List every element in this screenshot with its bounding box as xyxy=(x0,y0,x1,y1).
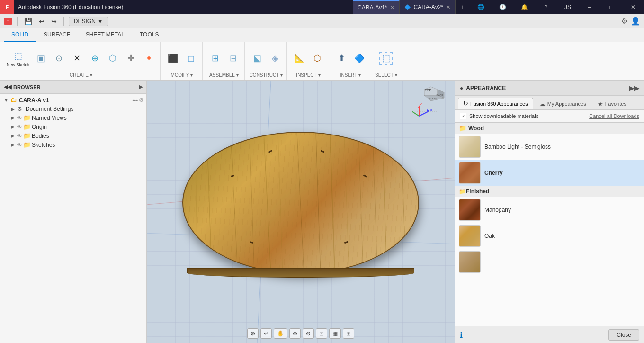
cancel-downloads-link[interactable]: Cancel all Downloads xyxy=(589,113,639,119)
help-icon[interactable]: ? xyxy=(535,0,557,14)
design-workspace-button[interactable]: DESIGN ▼ xyxy=(69,17,108,26)
appearance-expand-button[interactable]: ▶▶ xyxy=(629,84,639,92)
pattern-button[interactable]: ✦ xyxy=(140,50,157,66)
view-type-button[interactable]: ⊡ xyxy=(316,328,327,339)
fillet-icon: ◻ xyxy=(184,52,197,65)
extrude-button[interactable]: ▣ xyxy=(32,50,49,66)
my-appearances-cloud-icon: ☁ xyxy=(539,100,546,108)
category-finished[interactable]: 📁 Finished xyxy=(455,186,644,197)
material-generic-wood[interactable] xyxy=(455,249,644,275)
svg-line-5 xyxy=(358,133,363,273)
fillet-button[interactable]: ◻ xyxy=(182,50,199,66)
close-window-button[interactable]: ✕ xyxy=(622,0,644,14)
insert-derive-icon: ⬆ xyxy=(335,52,348,65)
orbit-button[interactable]: ↩ xyxy=(260,328,272,339)
browser-root[interactable]: ▼ 🗂 CARA-A v1 ••• ⚙ xyxy=(0,96,146,105)
press-pull-button[interactable]: ⬛ xyxy=(164,50,181,66)
info-icon[interactable]: ℹ xyxy=(460,331,463,340)
sketches-eye-icon: 👁 xyxy=(17,142,22,148)
material-oak[interactable]: Oak xyxy=(455,223,644,249)
display-button[interactable]: ⊞ xyxy=(343,328,354,339)
press-pull-icon: ⬛ xyxy=(166,52,179,65)
browser-item-sketches[interactable]: ▶ 👁 📁 Sketches xyxy=(0,140,146,149)
move-button[interactable]: ✛ xyxy=(122,50,139,66)
tab-2[interactable]: 🔷 CARA-Av2* ✕ xyxy=(400,0,456,14)
browser-item-bodies[interactable]: ▶ 👁 📁 Bodies xyxy=(0,131,146,140)
insert-tools: ⬆ 🔷 xyxy=(333,44,368,72)
insert-mesh-button[interactable]: 🔷 xyxy=(351,50,368,66)
undo-button[interactable]: ↩ xyxy=(37,17,46,26)
material-mahogany[interactable]: Mahogany xyxy=(455,197,644,223)
user-icon[interactable]: JS xyxy=(557,0,579,14)
shell-button[interactable]: ⬡ xyxy=(104,50,121,66)
tab-tools[interactable]: TOOLS xyxy=(132,28,166,42)
tab-sheet-metal[interactable]: SHEET METAL xyxy=(78,28,132,42)
interference-button[interactable]: ⬡ xyxy=(309,50,326,66)
app-menu-button[interactable]: ≡ xyxy=(4,18,12,25)
cherry-preview xyxy=(459,162,481,184)
svg-text:TOP: TOP xyxy=(425,89,432,92)
globe-icon[interactable]: 🌐 xyxy=(470,0,492,14)
insert-dropdown-icon[interactable]: ▾ xyxy=(358,72,361,78)
browser-collapse-left[interactable]: ◀◀ xyxy=(4,84,11,90)
construct-dropdown-icon[interactable]: ▾ xyxy=(280,72,283,78)
create-dropdown-icon[interactable]: ▾ xyxy=(90,72,92,78)
pan-button[interactable]: ✋ xyxy=(274,328,287,339)
root-label: CARA-A v1 xyxy=(19,97,131,104)
tab-my-appearances[interactable]: ☁ My Appearances xyxy=(534,98,591,109)
fit-screen-button[interactable]: ⊕ xyxy=(247,328,259,339)
tab-surface[interactable]: SURFACE xyxy=(36,28,78,42)
disc-surface xyxy=(182,132,419,274)
redo-button[interactable]: ↪ xyxy=(49,17,59,26)
combine-button[interactable]: ⊕ xyxy=(86,50,103,66)
inspect-dropdown-icon[interactable]: ▾ xyxy=(318,72,321,78)
midplane-button[interactable]: ◈ xyxy=(267,50,284,66)
save-button[interactable]: 💾 xyxy=(22,17,34,26)
zoom-out-button[interactable]: ⊖ xyxy=(303,328,314,339)
offset-plane-button[interactable]: ⬕ xyxy=(249,50,266,66)
delete-button[interactable]: ✕ xyxy=(68,50,85,66)
new-tab-button[interactable]: + xyxy=(456,0,470,14)
root-settings-icon[interactable]: ⚙ xyxy=(139,97,143,103)
tab-1[interactable]: CARA-Av1* ✕ xyxy=(353,0,399,14)
clock-icon[interactable]: 🕐 xyxy=(492,0,513,14)
zoom-in-button[interactable]: ⊕ xyxy=(289,328,301,339)
material-cherry[interactable]: Cherry xyxy=(455,160,644,186)
browser-item-origin[interactable]: ▶ 👁 📁 Origin xyxy=(0,122,146,131)
generic-wood-preview xyxy=(459,251,481,273)
tab-fusion-appearances[interactable]: ↻ Fusion 360 Appearances xyxy=(458,98,533,109)
bell-icon[interactable]: 🔔 xyxy=(513,0,535,14)
grid-toggle-button[interactable]: ▦ xyxy=(329,328,341,339)
category-wood[interactable]: 📁 Wood xyxy=(455,123,644,134)
viewport[interactable]: Z X Y TOP RIGHT xyxy=(147,81,455,343)
revolve-button[interactable]: ⊙ xyxy=(50,50,67,66)
create-sketch-button[interactable]: ⬚ New Sketch xyxy=(5,48,31,69)
bodies-eye-icon: 👁 xyxy=(17,133,22,139)
measure-button[interactable]: 📐 xyxy=(291,50,308,66)
user-profile-icon[interactable]: 👤 xyxy=(631,17,640,26)
material-bamboo[interactable]: Bamboo Light - Semigloss xyxy=(455,134,644,160)
browser-item-named-views[interactable]: ▶ 👁 📁 Named Views xyxy=(0,113,146,122)
maximize-button[interactable]: □ xyxy=(600,0,622,14)
tab-favorites[interactable]: ★ Favorites xyxy=(592,98,632,109)
modify-dropdown-icon[interactable]: ▾ xyxy=(190,72,193,78)
browser-item-document-settings[interactable]: ▶ ⚙ Document Settings xyxy=(0,105,146,113)
downloadable-materials-checkbox[interactable] xyxy=(460,113,466,119)
joint-origin-button[interactable]: ⊟ xyxy=(224,50,242,66)
svg-line-20 xyxy=(412,111,419,116)
tab-solid[interactable]: SOLID xyxy=(4,28,36,42)
create-sketch-icon: ⬚ xyxy=(11,49,25,63)
root-options-icon[interactable]: ••• xyxy=(132,98,138,103)
appearance-close-button[interactable]: Close xyxy=(608,329,639,341)
tab-1-close[interactable]: ✕ xyxy=(390,5,394,11)
browser-collapse-right[interactable]: ▶ xyxy=(139,84,143,90)
view-cube[interactable]: Z X Y TOP RIGHT xyxy=(412,85,450,123)
minimize-button[interactable]: – xyxy=(579,0,600,14)
tab-2-close[interactable]: ✕ xyxy=(446,4,450,10)
insert-derive-button[interactable]: ⬆ xyxy=(333,50,350,66)
select-dropdown-icon[interactable]: ▾ xyxy=(395,72,397,78)
assemble-dropdown-icon[interactable]: ▾ xyxy=(236,72,239,78)
select-button[interactable]: ⬚ xyxy=(377,50,394,66)
settings-icon[interactable]: ⚙ xyxy=(621,17,628,26)
joint-button[interactable]: ⊞ xyxy=(206,50,224,66)
